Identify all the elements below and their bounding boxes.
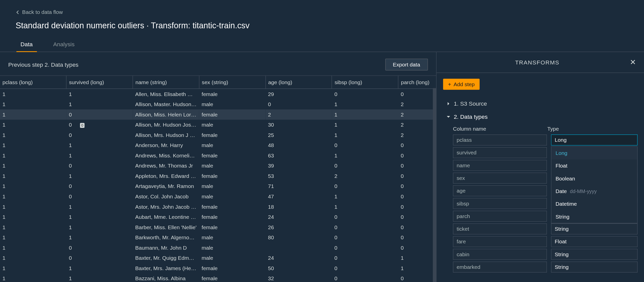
table-cell: 1 (66, 273, 133, 282)
column-header[interactable]: sex (string) (199, 76, 265, 89)
table-row[interactable]: 10Baxter, Mr. Quigg Edmo…male2401 (0, 253, 436, 263)
table-cell: 1 (0, 109, 66, 120)
column-name-input[interactable] (453, 185, 547, 196)
table-cell: 1 (0, 99, 66, 109)
table-row[interactable]: 11Aubart, Mme. Leontine …female2400 (0, 212, 436, 222)
table-cell: Allison, Miss. Helen Lor… (133, 109, 199, 120)
dropdown-option[interactable]: Datetime (551, 198, 637, 210)
type-select[interactable]: String (551, 249, 637, 260)
column-name-input[interactable] (453, 249, 547, 260)
table-cell: 1 (66, 263, 133, 273)
column-header[interactable]: parch (long) (398, 76, 436, 89)
table-cell: 0 (332, 232, 398, 243)
table-row[interactable]: 11Andrews, Miss. Kornelia…female6310 (0, 150, 436, 160)
table-row[interactable]: 11Astor, Mrs. John Jacob (…female1810 (0, 201, 436, 212)
table-cell: 0 (398, 222, 436, 232)
table-cell: 30 (266, 120, 332, 130)
dropdown-option[interactable]: String (551, 210, 637, 223)
export-data-button[interactable]: Export data (385, 59, 428, 70)
table-row[interactable]: 10Astor, Col. John Jacobmale4710 (0, 191, 436, 202)
table-row[interactable]: 11Allison, Master. Hudson…male012 (0, 99, 436, 109)
dropdown-option[interactable]: Boolean (551, 172, 637, 185)
table-cell: 0 (398, 273, 436, 282)
table-row[interactable]: 10Baumann, Mr. John Dmale00 (0, 242, 436, 253)
table-row[interactable]: 10Artagaveytia, Mr. Ramonmale7100 (0, 181, 436, 191)
table-cell: female (199, 171, 265, 181)
column-name-input[interactable] (453, 223, 547, 234)
table-row[interactable]: 10Allison, Miss. Helen Lor…female212 (0, 109, 436, 120)
table-row[interactable]: 10Andrews, Mr. Thomas Jrmale3900 (0, 160, 436, 171)
table-cell: male (199, 242, 265, 253)
table-cell: 2 (398, 120, 436, 130)
table-row[interactable]: 11Barber, Miss. Ellen 'Nellie'female2600 (0, 222, 436, 232)
table-cell: male (199, 191, 265, 202)
table-cell: 1 (0, 201, 66, 212)
column-name-input[interactable] (453, 134, 547, 146)
column-name-input[interactable] (453, 262, 547, 273)
dropdown-option[interactable]: Date dd-MM-yyyy (551, 185, 637, 198)
table-row[interactable]: 11Allen, Miss. Elisabeth W…female2900 (0, 89, 436, 99)
table-cell: Barber, Miss. Ellen 'Nellie' (133, 222, 199, 232)
table-cell: female (199, 130, 265, 140)
field-header-name: Column name (453, 126, 543, 132)
dropdown-option[interactable]: Long (551, 147, 637, 159)
back-to-data-flow-link[interactable]: Back to data flow (16, 9, 629, 15)
column-name-input[interactable] (453, 160, 547, 171)
tab-data[interactable]: Data (16, 38, 37, 52)
add-step-button[interactable]: + Add step (443, 79, 480, 90)
table-row[interactable]: 11Anderson, Mr. Harrymale4800 (0, 140, 436, 150)
table-row[interactable]: 11Baxter, Mrs. James (Hel…female5001 (0, 263, 436, 273)
table-cell: 0 (66, 242, 133, 253)
dropdown-option[interactable]: Float (551, 159, 637, 172)
type-select[interactable]: String (551, 262, 637, 273)
table-cell: 0 (398, 160, 436, 171)
step-label: 1. S3 Source (454, 100, 487, 107)
column-name-input[interactable] (453, 198, 547, 209)
table-row[interactable]: 11Appleton, Mrs. Edward …female5320 (0, 171, 436, 181)
table-cell: 1 (0, 181, 66, 191)
table-cell: female (199, 109, 265, 120)
type-select[interactable]: Long (551, 134, 637, 146)
column-header[interactable]: pclass (long) (0, 76, 66, 89)
table-cell: 0 (332, 140, 398, 150)
table-cell: 24 (266, 253, 332, 263)
column-name-input[interactable] (453, 173, 547, 184)
close-icon[interactable]: ✕ (630, 58, 636, 67)
column-header[interactable]: name (string) (133, 76, 199, 89)
table-row[interactable]: 10Allison, Mrs. Hudson J C…female2512 (0, 130, 436, 140)
page-title: Standard deviation numeric outliers · Tr… (16, 21, 629, 30)
table-cell: 1 (66, 222, 133, 232)
table-cell: 1 (332, 150, 398, 160)
column-name-input[interactable] (453, 147, 547, 158)
column-name-input[interactable] (453, 236, 547, 247)
table-cell: 0 (332, 160, 398, 171)
type-select[interactable]: Float (551, 236, 637, 247)
tab-analysis[interactable]: Analysis (49, 38, 79, 52)
column-header[interactable]: age (long) (266, 76, 332, 89)
table-cell: 0 (398, 242, 436, 253)
table-cell: Baumann, Mr. John D (133, 242, 199, 253)
field-row: String (453, 262, 638, 273)
column-header[interactable]: sibsp (long) (332, 76, 398, 89)
table-cell: Anderson, Mr. Harry (133, 140, 199, 150)
table-row[interactable]: 11Barkworth, Mr. Algerno…male8000 (0, 232, 436, 243)
table-row[interactable]: 11Bazzani, Miss. Albinafemale3200 (0, 273, 436, 282)
type-select[interactable]: String (551, 223, 637, 234)
table-cell: 1 (398, 253, 436, 263)
step-item[interactable]: 1. S3 Source (443, 97, 638, 110)
column-name-input[interactable] (453, 211, 547, 222)
table-cell: Allen, Miss. Elisabeth W… (133, 89, 199, 99)
plus-icon: + (448, 81, 451, 87)
table-cell: 1 (66, 212, 133, 222)
step-label: 2. Data types (454, 113, 488, 120)
column-header[interactable]: survived (long) (66, 76, 133, 89)
step-item[interactable]: 2. Data types (443, 110, 638, 123)
table-cell: 1 (398, 263, 436, 273)
table-cell: 0 (332, 222, 398, 232)
tab-bar: DataAnalysis (16, 38, 629, 52)
table-row[interactable]: 100Allison, Mr. Hudson Jos…male3012 (0, 120, 436, 130)
table-cell: 00 (66, 120, 133, 130)
data-table: pclass (long)survived (long)name (string… (0, 75, 436, 282)
table-cell: 0 (332, 273, 398, 282)
table-cell: 1 (66, 232, 133, 243)
